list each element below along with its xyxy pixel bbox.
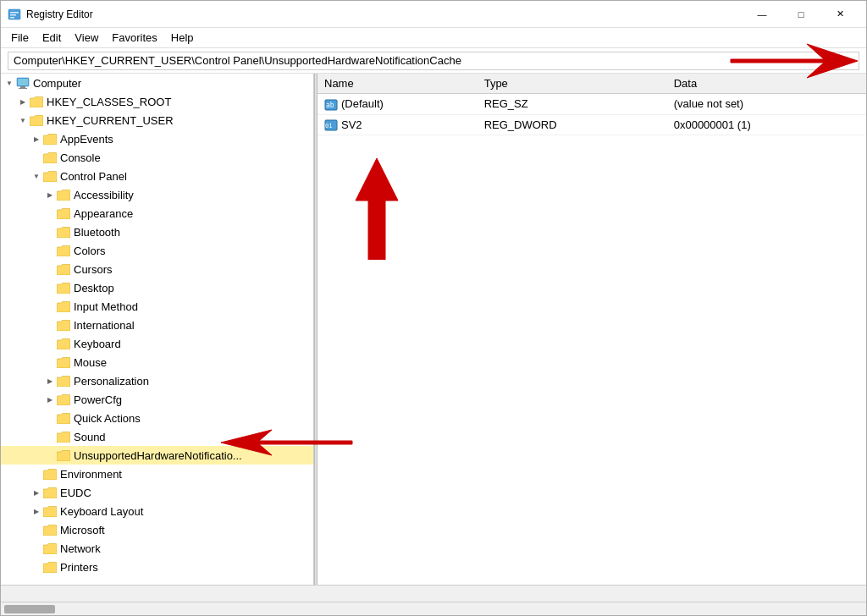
menu-help[interactable]: Help xyxy=(164,30,201,46)
tree-item-bluetooth[interactable]: Bluetooth xyxy=(1,223,313,241)
tree-item-eudc[interactable]: EUDC xyxy=(1,483,313,502)
sv2-up-arrow xyxy=(343,158,411,260)
window-controls: — □ ✕ xyxy=(743,1,859,28)
cell-type-1: REG_DWORD xyxy=(478,114,667,135)
tree-label-computer: Computer xyxy=(33,77,81,90)
tree-item-appevents[interactable]: AppEvents xyxy=(1,129,313,148)
printers-icon xyxy=(43,560,57,574)
svg-rect-8 xyxy=(18,79,28,85)
col-type[interactable]: Type xyxy=(478,74,667,94)
tree-label-eudc: EUDC xyxy=(60,487,91,499)
tree-item-desktop[interactable]: Desktop xyxy=(1,278,313,297)
cell-name-0: ab (Default) xyxy=(318,94,478,115)
tree-item-environment[interactable]: Environment xyxy=(1,465,313,483)
tree-item-sound[interactable]: Sound xyxy=(1,427,313,446)
status-bar xyxy=(1,585,866,602)
detail-header-row: Name Type Data xyxy=(318,74,866,94)
detail-row-1[interactable]: 01 SV2REG_DWORD0x00000001 (1) xyxy=(318,114,866,135)
sound-icon xyxy=(57,430,70,443)
menu-file[interactable]: File xyxy=(4,30,36,46)
tree-label-control-panel: Control Panel xyxy=(60,170,127,183)
col-data[interactable]: Data xyxy=(667,74,866,94)
tree-label-desktop: Desktop xyxy=(74,282,114,294)
app-icon xyxy=(8,8,21,21)
tree-item-accessibility[interactable]: Accessibility xyxy=(1,185,313,204)
tree-item-keyboard-layout[interactable]: Keyboard Layout xyxy=(1,502,313,520)
svg-rect-2 xyxy=(10,14,16,16)
colors-icon xyxy=(57,244,70,257)
menu-edit[interactable]: Edit xyxy=(36,30,68,46)
tree-label-unsupported-hw: UnsupportedHardwareNotificatio... xyxy=(74,449,242,462)
tree-label-current-user: HKEY_CURRENT_USER xyxy=(47,114,174,127)
tree-label-keyboard-layout: Keyboard Layout xyxy=(60,505,143,518)
maximize-button[interactable]: □ xyxy=(781,1,820,28)
tree-pane[interactable]: Computer HKEY_CLASSES_ROOT HKEY_CURRENT_… xyxy=(1,74,314,585)
tree-item-control-panel[interactable]: Control Panel xyxy=(1,167,313,185)
tree-item-powercfg[interactable]: PowerCfg xyxy=(1,390,313,409)
expand-eudc[interactable] xyxy=(30,486,43,499)
tree-item-network[interactable]: Network xyxy=(1,539,313,558)
menu-favorites[interactable]: Favorites xyxy=(105,30,163,46)
col-name[interactable]: Name xyxy=(318,74,478,94)
keyboard-icon xyxy=(57,337,70,350)
menu-view[interactable]: View xyxy=(68,30,105,46)
appearance-icon xyxy=(57,206,70,220)
tree-item-input-method[interactable]: Input Method xyxy=(1,297,313,316)
expand-powercfg[interactable] xyxy=(43,393,57,406)
registry-editor-window: Registry Editor — □ ✕ File Edit View Fav… xyxy=(0,0,867,616)
tree-label-keyboard: Keyboard xyxy=(74,338,121,350)
tree-item-current-user[interactable]: HKEY_CURRENT_USER xyxy=(1,111,313,129)
tree-label-environment: Environment xyxy=(60,468,122,481)
expand-keyboard-layout[interactable] xyxy=(30,504,43,518)
personalization-icon xyxy=(57,374,70,388)
tree-item-printers[interactable]: Printers xyxy=(1,558,313,576)
close-button[interactable]: ✕ xyxy=(820,1,859,28)
tree-label-printers: Printers xyxy=(60,561,98,574)
tree-label-microsoft: Microsoft xyxy=(60,524,105,536)
tree-label-colors: Colors xyxy=(74,245,106,257)
tree-label-network: Network xyxy=(60,542,101,555)
tree-item-computer[interactable]: Computer xyxy=(1,74,313,92)
tree-item-colors[interactable]: Colors xyxy=(1,241,313,260)
expand-computer[interactable] xyxy=(3,76,16,90)
computer-icon xyxy=(16,76,30,90)
tree-item-console[interactable]: Console xyxy=(1,148,313,167)
svg-marker-9 xyxy=(356,158,398,260)
title-bar: Registry Editor — □ ✕ xyxy=(1,1,866,28)
keyboard-layout-icon xyxy=(43,504,57,518)
minimize-button[interactable]: — xyxy=(743,1,781,28)
tree-label-powercfg: PowerCfg xyxy=(74,393,122,406)
tree-item-appearance[interactable]: Appearance xyxy=(1,204,313,223)
expand-classes-root[interactable] xyxy=(16,95,30,108)
tree-item-mouse[interactable]: Mouse xyxy=(1,353,313,371)
cursors-icon xyxy=(57,262,70,276)
svg-rect-7 xyxy=(19,88,27,89)
tree-item-personalization[interactable]: Personalization xyxy=(1,371,313,390)
tree-item-unsupported-hw[interactable]: UnsupportedHardwareNotificatio... xyxy=(1,446,313,465)
tree-label-international: International xyxy=(74,319,135,332)
tree-item-classes-root[interactable]: HKEY_CLASSES_ROOT xyxy=(1,92,313,111)
cell-name-1: 01 SV2 xyxy=(318,114,478,135)
network-icon xyxy=(43,542,57,555)
tree-item-international[interactable]: International xyxy=(1,316,313,334)
console-icon xyxy=(43,151,57,164)
tree-item-keyboard[interactable]: Keyboard xyxy=(1,334,313,353)
mouse-icon xyxy=(57,355,70,369)
expand-personalization[interactable] xyxy=(43,374,57,388)
tree-item-quick-actions[interactable]: Quick Actions xyxy=(1,409,313,427)
tree-item-microsoft[interactable]: Microsoft xyxy=(1,520,313,539)
detail-row-0[interactable]: ab (Default)REG_SZ(value not set) xyxy=(318,94,866,115)
environment-icon xyxy=(43,467,57,481)
svg-rect-6 xyxy=(20,86,25,88)
tree-item-cursors[interactable]: Cursors xyxy=(1,260,313,278)
address-input[interactable] xyxy=(8,52,859,70)
expand-accessibility[interactable] xyxy=(43,188,57,201)
horizontal-scrollbar[interactable] xyxy=(1,602,866,615)
expand-appevents[interactable] xyxy=(30,132,43,146)
international-icon xyxy=(57,318,70,332)
hkey-classes-root-icon xyxy=(30,95,43,108)
tree-label-appevents: AppEvents xyxy=(60,133,113,146)
expand-current-user[interactable] xyxy=(16,113,30,127)
svg-text:01: 01 xyxy=(325,123,332,129)
expand-control-panel[interactable] xyxy=(30,169,43,183)
